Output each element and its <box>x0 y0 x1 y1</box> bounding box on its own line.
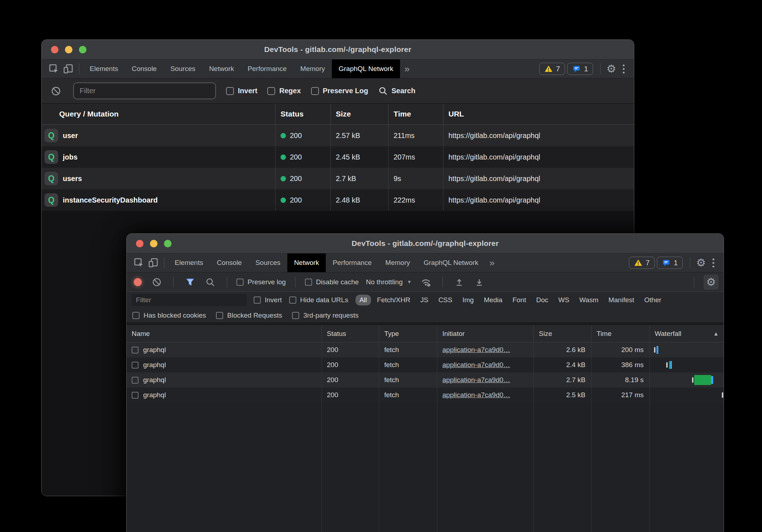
blocked-requests-checkbox-group[interactable]: Blocked Requests <box>216 312 282 319</box>
has-blocked-cookies-checkbox-group[interactable]: Has blocked cookies <box>132 312 206 319</box>
import-har-icon[interactable] <box>452 275 466 289</box>
col-size[interactable]: Size <box>330 104 388 124</box>
tab-network[interactable]: Network <box>287 253 326 272</box>
search-icon[interactable] <box>203 275 217 289</box>
row-checkbox[interactable] <box>132 347 138 353</box>
initiator-link[interactable]: application-a7ca9d0… <box>442 346 510 354</box>
tab-elements[interactable]: Elements <box>168 253 210 272</box>
col-size[interactable]: Size <box>533 325 591 342</box>
filter-chip-font[interactable]: Font <box>508 295 530 305</box>
search-cluster[interactable]: Search <box>378 86 415 96</box>
invert-checkbox[interactable] <box>254 296 261 304</box>
initiator-link[interactable]: application-a7ca9d0… <box>442 391 510 399</box>
filter-chip-ws[interactable]: WS <box>554 295 573 305</box>
filter-chip-other[interactable]: Other <box>640 295 665 305</box>
filter-chip-img[interactable]: Img <box>458 295 478 305</box>
issues-badge[interactable]: 1 <box>567 63 593 75</box>
preserve-log-checkbox[interactable] <box>311 87 319 95</box>
filter-chip-js[interactable]: JS <box>417 295 432 305</box>
col-status[interactable]: Status <box>321 325 379 342</box>
filter-chip-wasm[interactable]: Wasm <box>575 295 602 305</box>
row-checkbox[interactable] <box>132 377 138 384</box>
table-row[interactable]: Q users 200 2.7 kB 9s https://gitlab.com… <box>42 168 634 189</box>
col-query-mutation[interactable]: Query / Mutation <box>42 104 275 124</box>
tab-elements[interactable]: Elements <box>83 60 125 78</box>
zoom-button[interactable] <box>79 46 86 53</box>
third-party-requests-checkbox[interactable] <box>292 312 299 319</box>
device-toolbar-icon[interactable] <box>146 256 160 270</box>
tab-performance[interactable]: Performance <box>241 60 293 78</box>
more-tabs-icon[interactable]: » <box>485 257 499 269</box>
table-row[interactable]: Q instanceSecurityDashboard 200 2.48 kB … <box>42 189 634 211</box>
table-row[interactable]: graphql 200 fetch application-a7ca9d0… 2… <box>127 357 724 372</box>
third-party-requests-checkbox-group[interactable]: 3rd-party requests <box>292 312 358 319</box>
col-type[interactable]: Type <box>379 325 437 342</box>
clear-icon[interactable] <box>150 275 164 289</box>
tab-performance[interactable]: Performance <box>326 253 378 272</box>
table-row[interactable]: Q jobs 200 2.45 kB 207ms https://gitlab.… <box>42 146 634 168</box>
settings-gear-icon[interactable]: ⚙ <box>604 62 618 76</box>
filter-chip-media[interactable]: Media <box>480 295 507 305</box>
initiator-link[interactable]: application-a7ca9d0… <box>442 361 510 369</box>
filter-funnel-icon[interactable] <box>183 275 197 289</box>
col-time[interactable]: Time <box>591 325 649 342</box>
preserve-log-checkbox[interactable] <box>236 279 244 286</box>
record-button[interactable] <box>134 278 142 286</box>
filter-chip-doc[interactable]: Doc <box>532 295 552 305</box>
invert-checkbox-group[interactable]: Invert <box>254 296 282 304</box>
disable-cache-checkbox[interactable] <box>305 279 312 286</box>
initiator-link[interactable]: application-a7ca9d0… <box>442 376 510 384</box>
row-checkbox[interactable] <box>132 362 138 369</box>
sort-ascending-icon[interactable]: ▲ <box>713 331 719 337</box>
kebab-menu-icon[interactable] <box>618 65 629 73</box>
network-settings-button[interactable]: ⚙ <box>704 275 719 290</box>
col-time[interactable]: Time <box>388 104 443 124</box>
preserve-log-checkbox-group[interactable]: Preserve log <box>236 278 286 286</box>
waterfall-cell[interactable] <box>649 342 724 357</box>
invert-checkbox[interactable] <box>226 87 234 95</box>
filter-chip-css[interactable]: CSS <box>434 295 456 305</box>
tab-graphql-network[interactable]: GraphQL Network <box>417 253 485 272</box>
close-button[interactable] <box>136 240 144 247</box>
filter-chip-fetch-xhr[interactable]: Fetch/XHR <box>373 295 414 305</box>
tab-console[interactable]: Console <box>210 253 249 272</box>
col-url[interactable]: URL <box>443 104 634 124</box>
warnings-badge[interactable]: 7 <box>539 63 565 75</box>
tab-sources[interactable]: Sources <box>164 60 202 78</box>
inspect-element-icon[interactable] <box>47 62 61 76</box>
tab-network[interactable]: Network <box>202 60 241 78</box>
invert-checkbox-group[interactable]: Invert <box>226 87 257 95</box>
network-conditions-icon[interactable] <box>419 275 433 289</box>
zoom-button[interactable] <box>164 240 171 247</box>
preserve-log-checkbox-group[interactable]: Preserve Log <box>311 87 368 95</box>
regex-checkbox[interactable] <box>267 87 275 95</box>
waterfall-cell[interactable] <box>649 357 724 372</box>
table-row[interactable]: graphql 200 fetch application-a7ca9d0… 2… <box>127 372 724 388</box>
table-row[interactable]: Q user 200 2.57 kB 211ms https://gitlab.… <box>42 125 634 146</box>
waterfall-cell[interactable] <box>649 388 724 403</box>
col-waterfall[interactable]: Waterfall ▲ <box>649 325 724 342</box>
hide-data-urls-checkbox-group[interactable]: Hide data URLs <box>289 296 348 304</box>
col-status[interactable]: Status <box>275 104 330 124</box>
tab-graphql-network[interactable]: GraphQL Network <box>332 60 400 78</box>
regex-checkbox-group[interactable]: Regex <box>267 87 301 95</box>
tab-sources[interactable]: Sources <box>249 253 287 272</box>
row-checkbox[interactable] <box>132 392 138 399</box>
settings-gear-icon[interactable]: ⚙ <box>694 256 708 270</box>
disable-cache-checkbox-group[interactable]: Disable cache <box>305 278 359 286</box>
waterfall-cell[interactable] <box>649 372 724 388</box>
more-tabs-icon[interactable]: » <box>400 63 414 75</box>
minimize-button[interactable] <box>150 240 157 247</box>
throttling-dropdown[interactable]: No throttling ▼ <box>364 278 413 286</box>
device-toolbar-icon[interactable] <box>61 62 75 76</box>
table-row[interactable]: graphql 200 fetch application-a7ca9d0… 2… <box>127 342 724 357</box>
filter-input[interactable] <box>132 294 246 306</box>
titlebar[interactable]: DevTools - gitlab.com/-/graphql-explorer <box>127 234 724 253</box>
blocked-requests-checkbox[interactable] <box>216 312 223 319</box>
table-row[interactable]: graphql 200 fetch application-a7ca9d0… 2… <box>127 388 724 403</box>
export-har-icon[interactable] <box>472 275 486 289</box>
close-button[interactable] <box>51 46 58 53</box>
hide-data-urls-checkbox[interactable] <box>289 296 296 304</box>
filter-input[interactable] <box>73 82 216 99</box>
tab-memory[interactable]: Memory <box>293 60 332 78</box>
